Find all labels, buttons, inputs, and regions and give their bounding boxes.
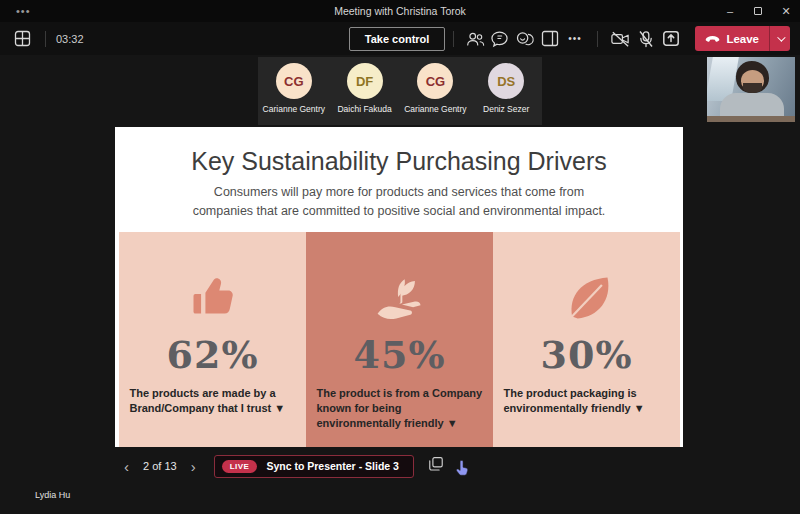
sync-to-presenter-button[interactable]: LIVE Sync to Presenter - Slide 3: [214, 455, 414, 478]
participant-name: Carianne Gentry: [400, 104, 470, 114]
video-desk: [707, 116, 795, 122]
sync-to-presenter-label: Sync to Presenter - Slide 3: [266, 460, 398, 472]
driver-description: The products are made by a Brand/Company…: [130, 386, 296, 416]
minimize-button[interactable]: –: [716, 0, 744, 22]
participants-strip: CG Carianne Gentry DF Daichi Fakuda CG C…: [258, 57, 542, 125]
chevron-down-icon: [777, 33, 785, 41]
presenter-name: Lydia Hu: [35, 490, 70, 500]
mic-off-icon[interactable]: [633, 26, 658, 51]
thumbs-up-icon: [119, 262, 306, 324]
participant-tile[interactable]: CG Carianne Gentry: [400, 63, 470, 114]
copy-slides-icon[interactable]: [428, 456, 444, 476]
participant-tile[interactable]: DF Daichi Fakuda: [330, 63, 400, 114]
divider: [45, 31, 46, 47]
avatar: CG: [276, 63, 312, 99]
more-options-icon[interactable]: •••: [562, 26, 587, 51]
avatar: DF: [347, 63, 383, 99]
participants-icon[interactable]: [462, 26, 487, 51]
leaf-icon: [493, 262, 680, 324]
avatar: DS: [488, 63, 524, 99]
video-person-beard: [743, 83, 762, 93]
divider: [597, 31, 598, 47]
take-control-button[interactable]: Take control: [349, 27, 446, 51]
reactions-icon[interactable]: [512, 26, 537, 51]
hangup-phone-icon: [705, 35, 720, 43]
participant-tile[interactable]: DS Deniz Sezer: [471, 63, 541, 114]
driver-percent: 30%: [493, 332, 680, 377]
slide-subtitle: Consumers will pay more for products and…: [115, 183, 683, 221]
window-title: Meeting with Christina Torok: [0, 5, 800, 17]
leave-button-label: Leave: [726, 33, 759, 45]
driver-column-trust: 62% The products are made by a Brand/Com…: [119, 232, 306, 447]
slide-pager: 2 of 13: [135, 460, 185, 472]
participant-name: Daichi Fakuda: [330, 104, 400, 114]
video-thumbnail[interactable]: [707, 57, 795, 122]
chat-icon[interactable]: [487, 26, 512, 51]
driver-description: The product is from a Company known for …: [317, 386, 483, 431]
driver-column-company: 45% The product is from a Company known …: [306, 232, 493, 447]
live-badge: LIVE: [222, 460, 258, 473]
meeting-toolbar: 03:32 Take control ••• Leave: [0, 22, 800, 55]
close-button[interactable]: ✕: [772, 0, 800, 22]
breakout-rooms-icon[interactable]: [537, 26, 562, 51]
leave-options-button[interactable]: [769, 26, 790, 51]
slide-subtitle-line1: Consumers will pay more for products and…: [115, 183, 683, 202]
gallery-grid-icon[interactable]: [10, 26, 35, 51]
avatar: CG: [417, 63, 453, 99]
share-tray-icon[interactable]: [658, 26, 683, 51]
driver-description: The product packaging is environmentally…: [504, 386, 670, 416]
shared-slide: Key Sustainability Purchasing Drivers Co…: [115, 127, 683, 447]
driver-percent: 62%: [119, 332, 306, 377]
meeting-timer: 03:32: [56, 33, 84, 45]
participant-tile[interactable]: CG Carianne Gentry: [259, 63, 329, 114]
maximize-button[interactable]: [744, 0, 772, 22]
driver-percent: 45%: [306, 332, 493, 377]
hand-plant-icon: [306, 262, 493, 324]
maximize-icon: [754, 7, 762, 15]
meeting-stage: CG Carianne Gentry DF Daichi Fakuda CG C…: [0, 55, 800, 514]
next-slide-button[interactable]: ›: [185, 459, 202, 474]
participant-name: Deniz Sezer: [471, 104, 541, 114]
slide-subtitle-line2: companies that are committed to positive…: [115, 202, 683, 221]
driver-column-packaging: 30% The product packaging is environment…: [493, 232, 680, 447]
leave-button-main[interactable]: Leave: [695, 26, 769, 51]
leave-button[interactable]: Leave: [695, 26, 790, 51]
slide-columns: 62% The products are made by a Brand/Com…: [119, 232, 680, 447]
deck-controls: ‹ 2 of 13 › LIVE Sync to Presenter - Sli…: [118, 453, 471, 479]
participant-name: Carianne Gentry: [259, 104, 329, 114]
pointer-hand-cursor-icon: [454, 459, 471, 482]
window-titlebar: Meeting with Christina Torok ••• – ✕: [0, 0, 800, 22]
slide-title: Key Sustainability Purchasing Drivers: [115, 147, 683, 176]
previous-slide-button[interactable]: ‹: [118, 459, 135, 474]
camera-off-icon[interactable]: [608, 26, 633, 51]
divider: [453, 31, 454, 47]
window-controls: – ✕: [716, 0, 800, 22]
